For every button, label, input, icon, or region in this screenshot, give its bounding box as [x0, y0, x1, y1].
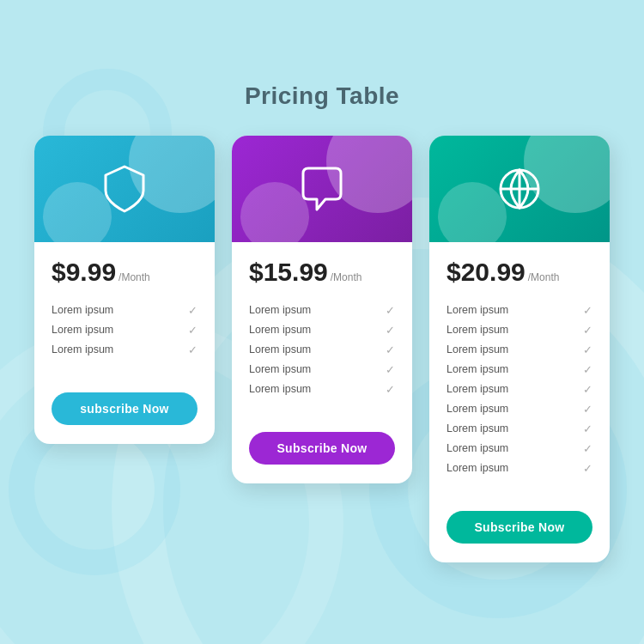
- plan-premium-body: $20.99 /Month Lorem ipsum✓ Lorem ipsum✓ …: [429, 242, 610, 499]
- plan-premium-header: [429, 136, 610, 242]
- list-item: Lorem ipsum✓: [447, 340, 592, 360]
- check-icon: ✓: [386, 363, 395, 376]
- plan-basic-footer: subscribe Now: [34, 380, 215, 444]
- check-icon: ✓: [583, 304, 592, 317]
- plan-basic-card: $9.99 /Month Lorem ipsum✓ Lorem ipsum✓ L…: [34, 136, 215, 444]
- list-item: Lorem ipsum✓: [447, 439, 592, 459]
- list-item: Lorem ipsum✓: [447, 301, 592, 320]
- plan-standard-subscribe-button[interactable]: Subscribe Now: [249, 432, 395, 465]
- list-item: Lorem ipsum✓: [447, 360, 592, 380]
- plan-standard-body: $15.99 /Month Lorem ipsum✓ Lorem ipsum✓ …: [232, 242, 412, 420]
- list-item: Lorem ipsum✓: [447, 419, 592, 439]
- list-item: Lorem ipsum✓: [447, 380, 592, 399]
- check-icon: ✓: [583, 383, 592, 396]
- plan-basic-period: /Month: [118, 271, 150, 283]
- plan-premium-footer: Subscribe Now: [429, 499, 610, 562]
- check-icon: ✓: [583, 442, 592, 455]
- check-icon: ✓: [188, 304, 197, 317]
- pricing-container: $9.99 /Month Lorem ipsum✓ Lorem ipsum✓ L…: [34, 136, 610, 562]
- plan-premium-features: Lorem ipsum✓ Lorem ipsum✓ Lorem ipsum✓ L…: [447, 301, 592, 478]
- check-icon: ✓: [386, 383, 395, 396]
- list-item: Lorem ipsum✓: [447, 459, 592, 478]
- check-icon: ✓: [386, 304, 395, 317]
- check-icon: ✓: [583, 324, 592, 337]
- plan-standard-features: Lorem ipsum✓ Lorem ipsum✓ Lorem ipsum✓ L…: [249, 301, 395, 399]
- plan-basic-body: $9.99 /Month Lorem ipsum✓ Lorem ipsum✓ L…: [34, 242, 215, 380]
- check-icon: ✓: [583, 343, 592, 356]
- list-item: Lorem ipsum✓: [249, 320, 395, 340]
- check-icon: ✓: [188, 324, 197, 337]
- list-item: Lorem ipsum✓: [447, 320, 592, 340]
- plan-standard-footer: Subscribe Now: [232, 420, 412, 483]
- list-item: Lorem ipsum✓: [249, 360, 395, 380]
- list-item: Lorem ipsum✓: [52, 340, 197, 360]
- plan-standard-header: [232, 136, 412, 242]
- plan-basic-price-row: $9.99 /Month: [52, 258, 197, 287]
- chat-icon: [293, 160, 351, 222]
- plan-premium-subscribe-button[interactable]: Subscribe Now: [447, 511, 592, 544]
- plan-basic-price: $9.99: [52, 258, 116, 287]
- plan-premium-period: /Month: [528, 271, 560, 283]
- globe-icon: [490, 160, 549, 222]
- plan-basic-subscribe-button[interactable]: subscribe Now: [52, 392, 197, 425]
- check-icon: ✓: [386, 324, 395, 337]
- list-item: Lorem ipsum✓: [249, 380, 395, 399]
- list-item: Lorem ipsum✓: [447, 399, 592, 419]
- plan-basic-features: Lorem ipsum✓ Lorem ipsum✓ Lorem ipsum✓: [52, 301, 197, 360]
- plan-standard-price-row: $15.99 /Month: [249, 258, 395, 287]
- list-item: Lorem ipsum✓: [249, 340, 395, 360]
- check-icon: ✓: [583, 462, 592, 475]
- check-icon: ✓: [583, 422, 592, 435]
- page-title: Pricing Table: [245, 82, 399, 110]
- check-icon: ✓: [386, 343, 395, 356]
- list-item: Lorem ipsum✓: [249, 301, 395, 320]
- list-item: Lorem ipsum✓: [52, 320, 197, 340]
- plan-premium-price: $20.99: [447, 258, 526, 287]
- shield-icon: [95, 160, 154, 222]
- check-icon: ✓: [188, 343, 197, 356]
- plan-standard-card: $15.99 /Month Lorem ipsum✓ Lorem ipsum✓ …: [232, 136, 412, 483]
- plan-standard-period: /Month: [331, 271, 362, 283]
- plan-standard-price: $15.99: [249, 258, 328, 287]
- check-icon: ✓: [583, 363, 592, 376]
- check-icon: ✓: [583, 403, 592, 416]
- list-item: Lorem ipsum✓: [52, 301, 197, 320]
- plan-basic-header: [34, 136, 215, 242]
- plan-premium-price-row: $20.99 /Month: [447, 258, 592, 287]
- plan-premium-card: $20.99 /Month Lorem ipsum✓ Lorem ipsum✓ …: [429, 136, 610, 562]
